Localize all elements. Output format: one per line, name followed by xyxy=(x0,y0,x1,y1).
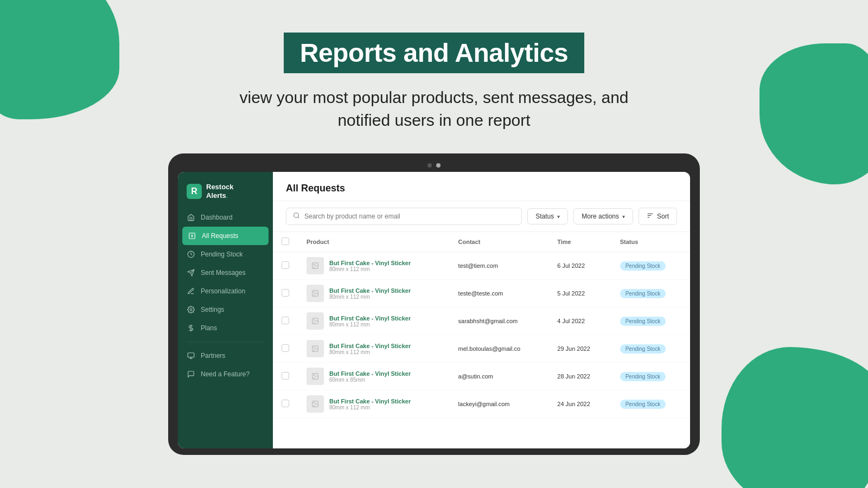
svg-point-26 xyxy=(314,375,315,376)
svg-rect-9 xyxy=(188,353,194,357)
svg-point-7 xyxy=(190,309,192,311)
search-box[interactable] xyxy=(286,208,522,225)
col-contact: Contact xyxy=(450,232,549,252)
tablet-screen: R Restock Alerts. Dashboard xyxy=(178,172,690,448)
partners-icon xyxy=(187,351,195,360)
table-row: But First Cake - Vinyl Sticker 80mm x 11… xyxy=(273,390,690,418)
product-cell: But First Cake - Vinyl Sticker 80mm x 11… xyxy=(307,340,441,357)
sidebar-item-personalization[interactable]: Personalization xyxy=(178,282,273,300)
status-badge: Pending Stock xyxy=(620,344,666,354)
list-icon xyxy=(188,232,196,240)
status-badge: Pending Stock xyxy=(620,317,666,326)
table-row: But First Cake - Vinyl Sticker 80mm x 11… xyxy=(273,280,690,307)
chat-icon xyxy=(187,370,195,378)
svg-line-13 xyxy=(298,217,299,218)
search-icon xyxy=(293,212,300,221)
tablet-device: R Restock Alerts. Dashboard xyxy=(168,153,700,455)
sidebar: R Restock Alerts. Dashboard xyxy=(178,172,273,448)
home-icon xyxy=(187,213,195,222)
product-name: But First Cake - Vinyl Sticker xyxy=(329,343,411,349)
sidebar-item-sent-messages[interactable]: Sent Messages xyxy=(178,264,273,282)
product-name: But First Cake - Vinyl Sticker xyxy=(329,287,411,294)
main-content: All Requests Status ▾ More actions xyxy=(273,172,690,448)
row-checkbox-3[interactable] xyxy=(282,344,289,352)
time-cell: 24 Jun 2022 xyxy=(548,390,611,418)
logo-text: Restock Alerts. xyxy=(206,183,234,200)
product-cell: But First Cake - Vinyl Sticker 80mm x 11… xyxy=(307,257,441,274)
product-variant: 80mm x 112 mm xyxy=(329,349,411,355)
search-input[interactable] xyxy=(304,213,515,220)
col-product: Product xyxy=(298,232,450,252)
select-all-checkbox[interactable] xyxy=(282,237,289,245)
table-row: But First Cake - Vinyl Sticker 80mm x 11… xyxy=(273,307,690,335)
sort-icon xyxy=(647,212,654,221)
more-actions-button[interactable]: More actions ▾ xyxy=(573,208,633,224)
status-badge: Pending Stock xyxy=(620,400,666,409)
table-row: But First Cake - Vinyl Sticker 80mm x 11… xyxy=(273,335,690,363)
product-thumbnail xyxy=(307,340,324,357)
edit-icon xyxy=(187,287,195,296)
page-subtitle: view your most popular products, sent me… xyxy=(239,86,628,132)
status-badge: Pending Stock xyxy=(620,289,666,298)
col-time: Time xyxy=(548,232,611,252)
main-header: All Requests xyxy=(273,172,690,201)
logo-icon: R xyxy=(187,184,202,199)
sidebar-logo: R Restock Alerts. xyxy=(178,178,273,208)
tablet-camera-bar xyxy=(178,163,690,168)
product-thumbnail xyxy=(307,285,324,302)
svg-point-24 xyxy=(314,347,315,348)
send-icon xyxy=(187,268,195,277)
row-checkbox-1[interactable] xyxy=(282,289,289,297)
sidebar-item-need-feature[interactable]: Need a Feature? xyxy=(178,365,273,383)
sidebar-item-plans[interactable]: Plans xyxy=(178,319,273,337)
sidebar-divider xyxy=(187,342,264,342)
table-row: But First Cake - Vinyl Sticker 60mm x 85… xyxy=(273,363,690,390)
time-cell: 4 Jul 2022 xyxy=(548,307,611,335)
svg-point-12 xyxy=(294,213,299,218)
time-cell: 29 Jun 2022 xyxy=(548,335,611,363)
row-checkbox-5[interactable] xyxy=(282,400,289,407)
product-variant: 80mm x 112 mm xyxy=(329,404,411,410)
product-name: But First Cake - Vinyl Sticker xyxy=(329,370,411,377)
sidebar-nav-bottom: Partners Need a Feature? xyxy=(178,346,273,383)
dollar-icon xyxy=(187,324,195,332)
row-checkbox-0[interactable] xyxy=(282,261,289,269)
sidebar-item-dashboard[interactable]: Dashboard xyxy=(178,208,273,227)
contact-cell: lackeyi@gmail.com xyxy=(450,390,549,418)
sidebar-nav: Dashboard All Requests Pending Stock xyxy=(178,208,273,337)
svg-point-20 xyxy=(314,292,315,293)
sidebar-item-all-requests[interactable]: All Requests xyxy=(182,227,269,245)
sidebar-item-pending-stock[interactable]: Pending Stock xyxy=(178,245,273,264)
main-title: All Requests xyxy=(286,183,677,194)
sidebar-item-settings[interactable]: Settings xyxy=(178,300,273,319)
product-thumbnail xyxy=(307,312,324,330)
status-badge: Pending Stock xyxy=(620,261,666,271)
product-thumbnail xyxy=(307,368,324,385)
page-title: Reports and Analytics xyxy=(300,38,569,68)
contact-cell: mel.botoulas@gmail.co xyxy=(450,335,549,363)
product-name: But First Cake - Vinyl Sticker xyxy=(329,398,411,404)
contact-cell: a@sutin.com xyxy=(450,363,549,390)
clock-icon xyxy=(187,250,195,259)
svg-point-22 xyxy=(314,319,315,320)
sort-button[interactable]: Sort xyxy=(639,208,677,225)
sidebar-item-partners[interactable]: Partners xyxy=(178,346,273,365)
product-cell: But First Cake - Vinyl Sticker 80mm x 11… xyxy=(307,395,441,413)
row-checkbox-2[interactable] xyxy=(282,317,289,324)
page-title-wrapper: Reports and Analytics xyxy=(284,33,585,73)
chevron-down-icon: ▾ xyxy=(622,214,625,220)
product-variant: 80mm x 112 mm xyxy=(329,294,411,300)
svg-point-28 xyxy=(314,402,315,403)
time-cell: 6 Jul 2022 xyxy=(548,252,611,280)
camera-dot-2 xyxy=(436,163,441,168)
product-thumbnail xyxy=(307,395,324,413)
time-cell: 28 Jun 2022 xyxy=(548,363,611,390)
status-filter-button[interactable]: Status ▾ xyxy=(527,208,568,224)
product-variant: 60mm x 85mm xyxy=(329,377,411,383)
product-name: But First Cake - Vinyl Sticker xyxy=(329,315,411,322)
toolbar: Status ▾ More actions ▾ Sort xyxy=(273,201,690,232)
product-variant: 80mm x 112 mm xyxy=(329,322,411,328)
row-checkbox-4[interactable] xyxy=(282,372,289,380)
contact-cell: test@tiem.com xyxy=(450,252,549,280)
product-thumbnail xyxy=(307,257,324,274)
